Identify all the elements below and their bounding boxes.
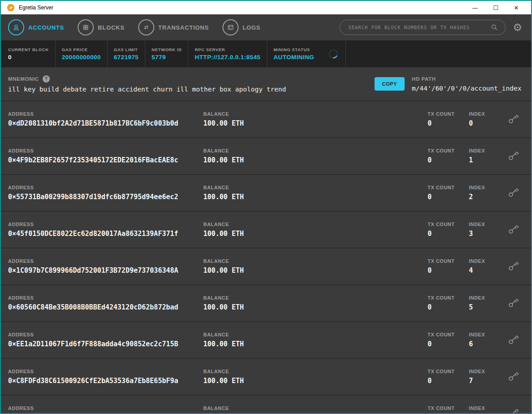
status-label: GAS LIMIT bbox=[114, 47, 139, 52]
address-column-label: ADDRESS bbox=[8, 222, 203, 227]
hd-path-label: HD PATH bbox=[412, 76, 436, 82]
index-column-label: INDEX bbox=[469, 332, 507, 337]
status-label: MINING STATUS bbox=[274, 47, 314, 52]
account-index: 7 bbox=[469, 377, 507, 385]
account-row: ADDRESS 0×55731Ba00299b88307d19dfc6b8779… bbox=[1, 175, 531, 211]
balance-column-label: BALANCE bbox=[203, 295, 427, 301]
account-tx-count: 0 bbox=[427, 230, 469, 238]
show-private-key-icon[interactable] bbox=[507, 222, 520, 237]
account-balance: 100.00 ETH bbox=[203, 156, 427, 164]
show-private-key-icon[interactable] bbox=[507, 406, 520, 414]
window-controls: — ☐ ✕ bbox=[465, 1, 527, 14]
account-row: ADDRESS 0×EE1a2D11067F1d6f7F888adda4c908… bbox=[1, 322, 531, 358]
mnemonic-label: MNEMONIC bbox=[8, 76, 39, 82]
account-row: ADDRESS 0×4F9b2EB8F2657f2353405172EDE201… bbox=[1, 138, 531, 174]
show-private-key-icon[interactable] bbox=[507, 148, 520, 164]
show-private-key-icon[interactable] bbox=[507, 259, 520, 274]
account-balance: 100.00 ETH bbox=[203, 193, 427, 201]
account-address: 0×1C097b7C899966Dd752001F3B72D9e73703634… bbox=[8, 266, 203, 275]
account-balance: 100.00 ETH bbox=[203, 119, 427, 127]
swap-arrows-icon bbox=[138, 19, 154, 35]
search-icon bbox=[490, 23, 499, 32]
status-label: RPC SERVER bbox=[195, 47, 260, 52]
search-box[interactable] bbox=[340, 20, 506, 35]
hd-path-value: m/44'/60'/0'/0/account_index bbox=[412, 85, 524, 92]
address-column-label: ADDRESS bbox=[8, 148, 203, 153]
status-value: HTTP://127.0.0.1:8545 bbox=[195, 54, 260, 61]
account-balance: 100.00 ETH bbox=[203, 266, 427, 275]
status-label: NETWORK ID bbox=[152, 47, 182, 52]
account-index: 6 bbox=[469, 340, 507, 348]
title-bar: Egretia Server — ☐ ✕ bbox=[1, 1, 531, 14]
account-tx-count: 0 bbox=[427, 156, 469, 164]
status-value: 6721975 bbox=[114, 54, 139, 61]
mnemonic-panel: MNEMONIC ? ill key build debate retire a… bbox=[1, 67, 531, 100]
show-private-key-icon[interactable] bbox=[507, 332, 520, 348]
tab-transactions[interactable]: TRANSACTIONS bbox=[138, 19, 209, 35]
address-column-label: ADDRESS bbox=[8, 295, 203, 301]
account-index: 4 bbox=[469, 266, 507, 275]
status-label: GAS PRICE bbox=[62, 47, 101, 52]
account-address: 0×EE1a2D11067F1d6f7F888adda4c90852ec2c71… bbox=[8, 340, 203, 348]
address-column-label: ADDRESS bbox=[8, 369, 203, 374]
tx-count-column-label: TX COUNT bbox=[427, 405, 469, 411]
show-private-key-icon[interactable] bbox=[507, 369, 520, 384]
tx-count-column-label: TX COUNT bbox=[427, 369, 469, 374]
tab-accounts[interactable]: ACCOUNTS bbox=[8, 19, 64, 35]
gear-icon[interactable]: ⚙ bbox=[513, 22, 522, 33]
status-bar: CURRENT BLOCK 0 GAS PRICE 20000000000 GA… bbox=[1, 40, 531, 67]
status-network-id: NETWORK ID 5779 bbox=[145, 40, 188, 67]
account-index: 3 bbox=[469, 230, 507, 238]
status-label: CURRENT BLOCK bbox=[8, 47, 49, 52]
accounts-list: ADDRESS 0×dD2081310bf2A2d71BE5871b817BC6… bbox=[1, 101, 531, 414]
help-icon[interactable]: ? bbox=[43, 75, 50, 83]
main-nav: ACCOUNTS BLOCKS TRANSACTIONS bbox=[1, 14, 531, 40]
maximize-button[interactable]: ☐ bbox=[485, 1, 506, 14]
status-gas-price: GAS PRICE 20000000000 bbox=[56, 40, 108, 67]
window-title: Egretia Server bbox=[19, 4, 53, 11]
tx-count-column-label: TX COUNT bbox=[427, 258, 469, 264]
tx-count-column-label: TX COUNT bbox=[427, 148, 469, 153]
address-column-label: ADDRESS bbox=[8, 332, 203, 337]
terminal-icon bbox=[222, 19, 239, 35]
status-rpc-server: RPC SERVER HTTP://127.0.0.1:8545 bbox=[188, 40, 267, 67]
app-logo-icon bbox=[7, 4, 14, 11]
balance-column-label: BALANCE bbox=[203, 222, 427, 227]
address-column-label: ADDRESS bbox=[8, 111, 203, 117]
tab-logs-label: LOGS bbox=[243, 24, 261, 31]
account-address: 0×55731Ba00299b88307d19dfc6b87795d94ee6e… bbox=[8, 193, 203, 201]
account-address: 0×dD2081310bf2A2d71BE5871b817BC6bF9c003b… bbox=[8, 119, 203, 127]
index-column-label: INDEX bbox=[469, 222, 507, 227]
show-private-key-icon[interactable] bbox=[507, 112, 520, 127]
account-address: 0×45f0150DCE8022Ec62d820017Aa8632139AF37… bbox=[8, 230, 203, 238]
tx-count-column-label: TX COUNT bbox=[427, 295, 469, 301]
close-button[interactable]: ✕ bbox=[506, 1, 527, 14]
account-balance: 100.00 ETH bbox=[203, 340, 427, 348]
account-row: ADDRESS 0×45f0150DCE8022Ec62d820017Aa863… bbox=[1, 212, 531, 248]
show-private-key-icon[interactable] bbox=[507, 185, 520, 200]
tx-count-column-label: TX COUNT bbox=[427, 185, 469, 190]
account-row: ADDRESS 0×60560C84Be35B008B0BBEd4243120c… bbox=[1, 285, 531, 321]
balance-column-label: BALANCE bbox=[203, 369, 427, 374]
account-row: ADDRESS 0×C8FDFd38C61500926CfE2bA53536a7… bbox=[1, 359, 531, 395]
balance-column-label: BALANCE bbox=[203, 111, 427, 117]
status-value: 20000000000 bbox=[62, 54, 101, 61]
status-gas-limit: GAS LIMIT 6721975 bbox=[108, 40, 145, 67]
minimize-button[interactable]: — bbox=[465, 1, 485, 14]
tx-count-column-label: TX COUNT bbox=[427, 332, 469, 337]
index-column-label: INDEX bbox=[469, 185, 507, 190]
account-index: 2 bbox=[469, 193, 507, 201]
status-value: 0 bbox=[8, 54, 49, 61]
tab-logs[interactable]: LOGS bbox=[222, 19, 261, 35]
search-input[interactable] bbox=[348, 25, 490, 30]
account-index: 5 bbox=[469, 303, 507, 311]
tab-blocks[interactable]: BLOCKS bbox=[78, 19, 125, 35]
index-column-label: INDEX bbox=[469, 111, 507, 117]
account-tx-count: 0 bbox=[427, 266, 469, 275]
status-mining: MINING STATUS AUTOMINING bbox=[267, 40, 346, 67]
index-column-label: INDEX bbox=[469, 369, 507, 374]
copy-mnemonic-button[interactable]: COPY bbox=[375, 77, 405, 91]
show-private-key-icon[interactable] bbox=[507, 296, 520, 311]
status-value: 5779 bbox=[152, 54, 182, 61]
tx-count-column-label: TX COUNT bbox=[427, 111, 469, 117]
